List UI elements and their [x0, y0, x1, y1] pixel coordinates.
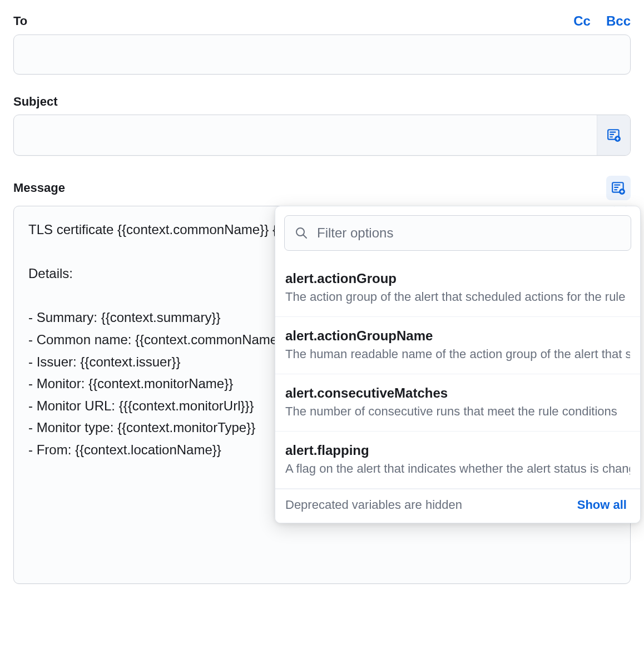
variable-option-desc: The human readable name of the action gr…	[285, 347, 630, 361]
svg-line-15	[304, 235, 307, 239]
subject-input[interactable]	[14, 115, 597, 155]
variable-option-name: alert.actionGroupName	[285, 328, 630, 344]
to-input[interactable]	[13, 34, 631, 75]
variable-option-list: alert.actionGroup The action group of th…	[275, 260, 640, 489]
deprecated-note: Deprecated variables are hidden	[285, 498, 462, 512]
filter-input[interactable]	[316, 225, 621, 241]
add-variable-icon	[611, 181, 626, 195]
variable-popover: alert.actionGroup The action group of th…	[275, 206, 641, 523]
variable-option-desc: The action group of the alert that sched…	[285, 290, 630, 304]
variable-option-desc: The number of consecutive runs that meet…	[285, 404, 630, 419]
message-label: Message	[13, 181, 65, 195]
variable-option[interactable]: alert.actionGroup The action group of th…	[275, 260, 640, 317]
variable-option-name: alert.flapping	[285, 443, 630, 458]
variable-option[interactable]: alert.actionGroupName The human readable…	[275, 317, 640, 374]
insert-variable-message-button[interactable]	[606, 176, 631, 200]
filter-search-box[interactable]	[284, 215, 631, 251]
variable-option-desc: A flag on the alert that indicates wheth…	[285, 462, 630, 476]
subject-label: Subject	[13, 95, 57, 109]
search-icon	[295, 226, 308, 240]
add-variable-icon	[607, 128, 621, 142]
bcc-button[interactable]: Bcc	[606, 13, 631, 29]
variable-option-name: alert.consecutiveMatches	[285, 385, 630, 401]
show-all-button[interactable]: Show all	[574, 497, 630, 513]
cc-button[interactable]: Cc	[573, 13, 591, 29]
variable-option-name: alert.actionGroup	[285, 271, 630, 286]
variable-option[interactable]: alert.consecutiveMatches The number of c…	[275, 374, 640, 432]
insert-variable-subject-button[interactable]	[597, 115, 630, 155]
variable-option[interactable]: alert.flapping A flag on the alert that …	[275, 432, 640, 489]
to-label: To	[13, 14, 27, 28]
